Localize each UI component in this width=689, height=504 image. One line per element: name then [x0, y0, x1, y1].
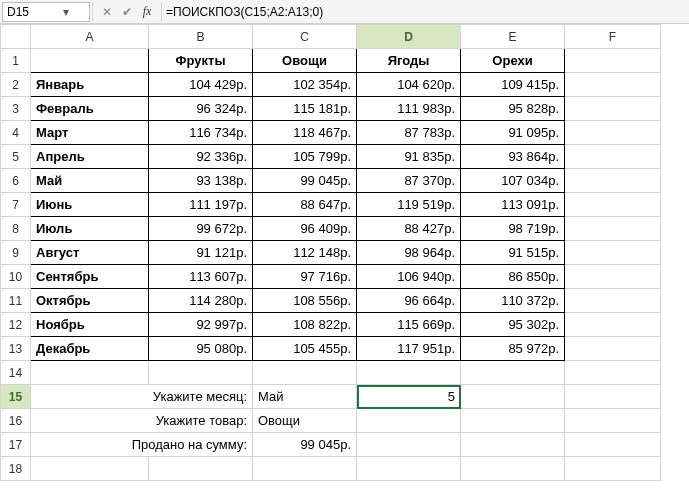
col-header-F[interactable]: F: [565, 25, 661, 49]
cell-B10[interactable]: 113 607р.: [149, 265, 253, 289]
cell-E11[interactable]: 110 372р.: [461, 289, 565, 313]
cell-C2[interactable]: 102 354р.: [253, 73, 357, 97]
row-header-8[interactable]: 8: [1, 217, 31, 241]
cell-E3[interactable]: 95 828р.: [461, 97, 565, 121]
cell-F10[interactable]: [565, 265, 661, 289]
cell-A16B16[interactable]: Укажите товар:: [31, 409, 253, 433]
cell-A3[interactable]: Февраль: [31, 97, 149, 121]
cell-D3[interactable]: 111 983р.: [357, 97, 461, 121]
cell-B11[interactable]: 114 280р.: [149, 289, 253, 313]
cell-E6[interactable]: 107 034р.: [461, 169, 565, 193]
cell-B18[interactable]: [149, 457, 253, 481]
cell-C16[interactable]: Овощи: [253, 409, 357, 433]
cell-E15[interactable]: [461, 385, 565, 409]
cell-A12[interactable]: Ноябрь: [31, 313, 149, 337]
cell-F2[interactable]: [565, 73, 661, 97]
cell-A6[interactable]: Май: [31, 169, 149, 193]
cell-E2[interactable]: 109 415р.: [461, 73, 565, 97]
cell-B6[interactable]: 93 138р.: [149, 169, 253, 193]
cell-C12[interactable]: 108 822р.: [253, 313, 357, 337]
cell-E10[interactable]: 86 850р.: [461, 265, 565, 289]
cell-E7[interactable]: 113 091р.: [461, 193, 565, 217]
row-header-11[interactable]: 11: [1, 289, 31, 313]
cell-F14[interactable]: [565, 361, 661, 385]
cell-B14[interactable]: [149, 361, 253, 385]
cell-C17[interactable]: 99 045р.: [253, 433, 357, 457]
name-box[interactable]: D15 ▾: [2, 2, 90, 22]
cell-B7[interactable]: 111 197р.: [149, 193, 253, 217]
cell-A1[interactable]: [31, 49, 149, 73]
cell-D16[interactable]: [357, 409, 461, 433]
cell-A8[interactable]: Июль: [31, 217, 149, 241]
cell-D11[interactable]: 96 664р.: [357, 289, 461, 313]
cell-C5[interactable]: 105 799р.: [253, 145, 357, 169]
col-header-C[interactable]: C: [253, 25, 357, 49]
row-header-1[interactable]: 1: [1, 49, 31, 73]
cell-D17[interactable]: [357, 433, 461, 457]
cell-A15B15[interactable]: Укажите месяц:: [31, 385, 253, 409]
cell-D9[interactable]: 98 964р.: [357, 241, 461, 265]
cell-B13[interactable]: 95 080р.: [149, 337, 253, 361]
cell-C7[interactable]: 88 647р.: [253, 193, 357, 217]
cell-F15[interactable]: [565, 385, 661, 409]
row-header-7[interactable]: 7: [1, 193, 31, 217]
row-header-3[interactable]: 3: [1, 97, 31, 121]
cell-D2[interactable]: 104 620р.: [357, 73, 461, 97]
cell-A5[interactable]: Апрель: [31, 145, 149, 169]
cell-F8[interactable]: [565, 217, 661, 241]
cell-F18[interactable]: [565, 457, 661, 481]
row-header-14[interactable]: 14: [1, 361, 31, 385]
cell-E1[interactable]: Орехи: [461, 49, 565, 73]
col-header-E[interactable]: E: [461, 25, 565, 49]
cell-F1[interactable]: [565, 49, 661, 73]
cell-E16[interactable]: [461, 409, 565, 433]
cell-C10[interactable]: 97 716р.: [253, 265, 357, 289]
row-header-5[interactable]: 5: [1, 145, 31, 169]
cell-F12[interactable]: [565, 313, 661, 337]
row-header-13[interactable]: 13: [1, 337, 31, 361]
cell-D13[interactable]: 117 951р.: [357, 337, 461, 361]
cell-D10[interactable]: 106 940р.: [357, 265, 461, 289]
cell-E17[interactable]: [461, 433, 565, 457]
cell-F11[interactable]: [565, 289, 661, 313]
cell-A18[interactable]: [31, 457, 149, 481]
cancel-icon[interactable]: ✕: [97, 5, 117, 19]
cell-F17[interactable]: [565, 433, 661, 457]
cell-F5[interactable]: [565, 145, 661, 169]
cell-B2[interactable]: 104 429р.: [149, 73, 253, 97]
cell-C9[interactable]: 112 148р.: [253, 241, 357, 265]
row-header-6[interactable]: 6: [1, 169, 31, 193]
cell-E8[interactable]: 98 719р.: [461, 217, 565, 241]
cell-D12[interactable]: 115 669р.: [357, 313, 461, 337]
cell-D7[interactable]: 119 519р.: [357, 193, 461, 217]
cell-C4[interactable]: 118 467р.: [253, 121, 357, 145]
cell-E18[interactable]: [461, 457, 565, 481]
cell-D8[interactable]: 88 427р.: [357, 217, 461, 241]
cell-D18[interactable]: [357, 457, 461, 481]
row-header-18[interactable]: 18: [1, 457, 31, 481]
cell-A11[interactable]: Октябрь: [31, 289, 149, 313]
cell-C14[interactable]: [253, 361, 357, 385]
cell-B4[interactable]: 116 734р.: [149, 121, 253, 145]
cell-E13[interactable]: 85 972р.: [461, 337, 565, 361]
cell-D5[interactable]: 91 835р.: [357, 145, 461, 169]
col-header-D[interactable]: D: [357, 25, 461, 49]
row-header-4[interactable]: 4: [1, 121, 31, 145]
formula-input[interactable]: =ПОИСКПОЗ(C15;A2:A13;0): [166, 5, 689, 19]
cell-E4[interactable]: 91 095р.: [461, 121, 565, 145]
cell-D1[interactable]: Ягоды: [357, 49, 461, 73]
cell-F7[interactable]: [565, 193, 661, 217]
cell-B5[interactable]: 92 336р.: [149, 145, 253, 169]
cell-D4[interactable]: 87 783р.: [357, 121, 461, 145]
enter-icon[interactable]: ✔: [117, 5, 137, 19]
cell-E14[interactable]: [461, 361, 565, 385]
cell-C8[interactable]: 96 409р.: [253, 217, 357, 241]
row-header-17[interactable]: 17: [1, 433, 31, 457]
cell-E9[interactable]: 91 515р.: [461, 241, 565, 265]
col-header-A[interactable]: A: [31, 25, 149, 49]
cell-C18[interactable]: [253, 457, 357, 481]
cell-A13[interactable]: Декабрь: [31, 337, 149, 361]
cell-A2[interactable]: Январь: [31, 73, 149, 97]
cell-F3[interactable]: [565, 97, 661, 121]
select-all-corner[interactable]: [1, 25, 31, 49]
